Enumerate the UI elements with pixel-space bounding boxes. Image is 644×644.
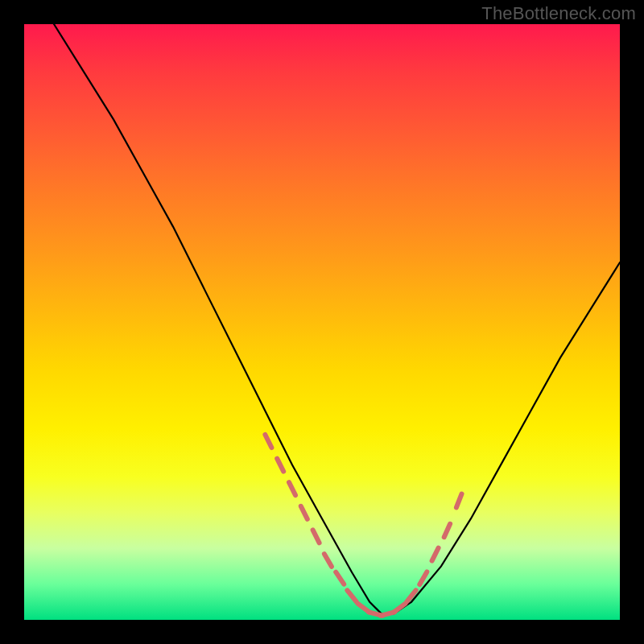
data-marker	[419, 572, 427, 584]
data-markers	[265, 435, 461, 616]
data-marker	[265, 435, 271, 448]
chart-frame: TheBottleneck.com	[0, 0, 644, 644]
data-marker	[444, 524, 450, 537]
data-marker	[301, 506, 308, 519]
data-marker	[432, 548, 439, 561]
data-marker	[456, 494, 462, 508]
data-marker	[324, 554, 332, 567]
plot-area	[24, 24, 620, 620]
curve-layer	[24, 24, 620, 620]
data-marker	[347, 590, 356, 601]
data-marker	[407, 590, 415, 601]
data-marker	[277, 459, 283, 472]
data-marker	[336, 572, 344, 584]
bottleneck-curve	[24, 24, 620, 614]
data-marker	[289, 482, 295, 495]
watermark-text: TheBottleneck.com	[481, 3, 636, 24]
data-marker	[313, 530, 320, 543]
